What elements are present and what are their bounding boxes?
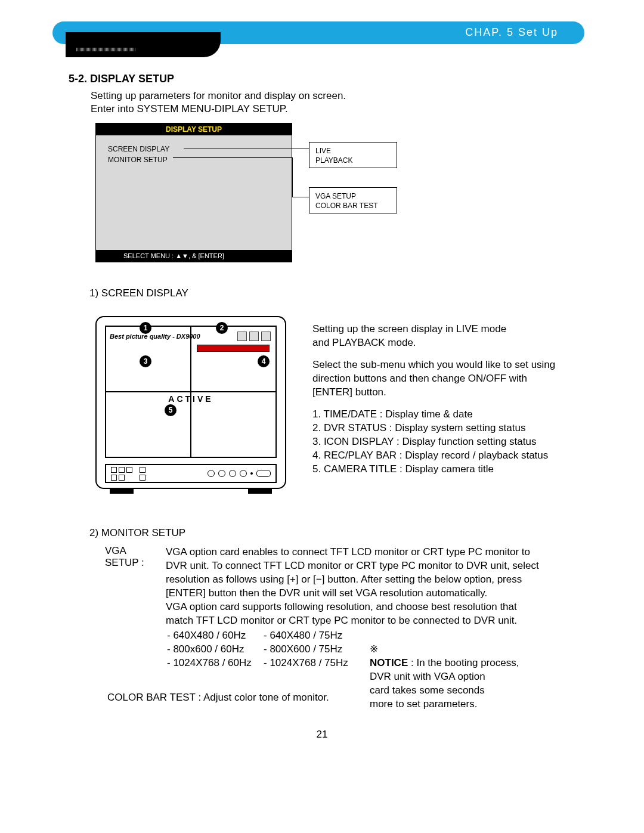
list-item: 4. REC/PLAY BAR : Display record / playb… (312, 448, 593, 462)
callout-line: PLAYBACK (315, 156, 391, 165)
list-item: 3. ICON DISPLAY : Display function setti… (312, 435, 593, 448)
badge-2: 2 (216, 322, 228, 334)
resolution-col-60hz: - 640X480 / 60Hz - 800x600 / 60Hz - 1024… (167, 628, 252, 670)
monitor-controls (105, 464, 277, 483)
osd-status-icon (249, 332, 259, 341)
menu-title: DISPLAY SETUP (96, 123, 292, 135)
para: Setting up the screen display in LIVE mo… (312, 322, 593, 349)
badge-4: 4 (258, 355, 270, 367)
heading-screen-display: 1) SCREEN DISPLAY (89, 287, 188, 299)
connector-line (173, 157, 292, 158)
osd-alarm-icon (261, 332, 271, 341)
badge-3: 3 (140, 355, 151, 367)
monitor-foot (248, 488, 272, 494)
res-item: - 800X600 / 75Hz (264, 642, 348, 656)
menu-item-monitor-setup: MONITOR SETUP (108, 154, 280, 165)
menu-footer: SELECT MENU : ▲▼, & [ENTER] (96, 250, 292, 262)
osd-top: Best picture quality - DX9000 (110, 330, 272, 342)
osd-text: Best picture quality - DX9000 (110, 333, 200, 340)
badge-1: 1 (140, 322, 151, 334)
connector-line (292, 157, 293, 197)
notice-symbol: ※ (370, 643, 378, 655)
res-item: - 640X480 / 75Hz (264, 628, 348, 642)
res-item: - 800x600 / 60Hz (167, 642, 252, 656)
notice-bold: NOTICE (370, 657, 408, 668)
callout-vga-colorbar: VGA SETUP COLOR BAR TEST (309, 187, 397, 213)
list-item: 5. CAMERA TITLE : Display camera title (312, 462, 593, 476)
page-number: 21 (0, 729, 644, 741)
menu-item-screen-display: SCREEN DISPLAY (108, 144, 280, 154)
monitor-foot (110, 488, 134, 494)
menu-body: SCREEN DISPLAY MONITOR SETUP (96, 135, 292, 174)
section-title: 5-2. DISPLAY SETUP (69, 73, 174, 85)
res-item: - 1024X768 / 75Hz (264, 656, 348, 670)
list-item: 1. TIME/DATE : Display time & date (312, 407, 593, 421)
vga-setup-label: VGA SETUP : (105, 545, 159, 569)
banner-hatch (76, 48, 136, 51)
chapter-title: CHAP. 5 Set Up (465, 26, 558, 39)
callout-line: LIVE (315, 146, 391, 156)
res-item: - 1024X768 / 60Hz (167, 656, 252, 670)
banner-accent (66, 32, 221, 57)
heading-monitor-setup: 2) MONITOR SETUP (89, 527, 185, 539)
knob-cluster (208, 470, 271, 477)
resolution-col-75hz: - 640X480 / 75Hz - 800X600 / 75Hz - 1024… (264, 628, 348, 670)
osd-rec-icon (237, 332, 247, 341)
callout-live-playback: LIVE PLAYBACK (309, 142, 397, 168)
monitor-screen: Best picture quality - DX9000 ACTIVE (105, 326, 277, 458)
connector-line (184, 148, 309, 148)
section-intro: Setting up parameters for monitor and di… (91, 89, 346, 116)
connector-line (292, 197, 309, 197)
osd-icons (237, 332, 272, 341)
callout-line: COLOR BAR TEST (315, 201, 391, 210)
para: Select the sub-menu which you would like… (312, 358, 593, 399)
color-bar-test-line: COLOR BAR TEST : Adjust color tone of mo… (107, 692, 329, 704)
split-horizontal (106, 391, 275, 392)
badge-5: 5 (165, 404, 177, 416)
monitor-illustration: Best picture quality - DX9000 ACTIVE (95, 316, 286, 515)
monitor-body: Best picture quality - DX9000 ACTIVE (95, 316, 286, 489)
notice-block: ※ NOTICE : In the booting process, DVR u… (370, 628, 584, 711)
rec-play-bar (197, 345, 270, 352)
page: CHAP. 5 Set Up 5-2. DISPLAY SETUP Settin… (0, 0, 644, 833)
screen-display-description: Setting up the screen display in LIVE mo… (312, 322, 593, 476)
callout-line: VGA SETUP (315, 191, 391, 201)
list-item: 2. DVR STATUS : Display system setting s… (312, 421, 593, 435)
camera-title-label: ACTIVE (168, 394, 213, 404)
vga-setup-body: VGA option card enables to connect TFT L… (166, 545, 577, 627)
res-item: - 640X480 / 60Hz (167, 628, 252, 642)
display-setup-menu: DISPLAY SETUP SCREEN DISPLAY MONITOR SET… (95, 123, 292, 262)
button-cluster (111, 467, 145, 481)
